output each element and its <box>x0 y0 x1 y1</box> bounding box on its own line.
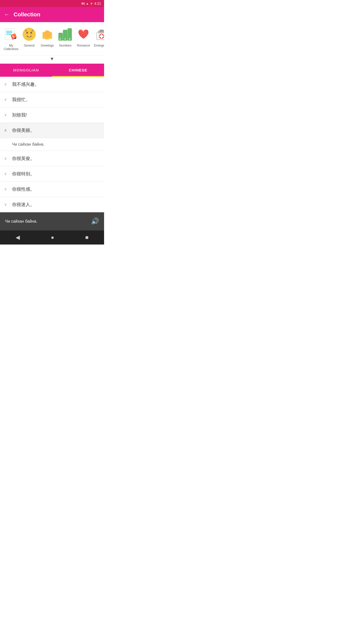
numbers-label: Numbers <box>59 44 72 47</box>
phrase-row-4[interactable]: ∧ 你很美丽。 <box>0 123 104 138</box>
phrase-list: ∨ 我不感兴趣。 ∨ 我很忙。 ∨ 别烦我! ∧ 你很美丽。 Чи сайхан… <box>0 77 104 212</box>
nav-bar: ◀ ● ■ <box>0 230 104 245</box>
network-indicator: 4G <box>81 2 85 5</box>
battery-icon: ⚡ <box>90 2 93 5</box>
emergency-label: Emergency <box>94 44 104 47</box>
romance-icon <box>75 26 92 42</box>
category-list: My Collections General <box>0 25 104 53</box>
status-bar: 4G ▲ ⚡ 4:21 <box>0 0 104 7</box>
page-title: Collection <box>14 11 40 18</box>
chevron-icon-8: ∨ <box>4 202 9 207</box>
player-text: Чи сайхан байна. <box>5 219 37 224</box>
category-section: My Collections General <box>0 22 104 55</box>
chevron-icon-2: ∨ <box>4 97 9 102</box>
svg-text:3: 3 <box>69 38 70 41</box>
chevron-icon-6: ∨ <box>4 171 9 176</box>
translation-row-4: Чи сайхан байна. <box>0 138 104 151</box>
home-nav-button[interactable]: ● <box>46 232 59 243</box>
chevron-icon-5: ∨ <box>4 156 9 161</box>
phrase-text-8: 你很迷人。 <box>12 202 35 208</box>
recents-nav-button[interactable]: ■ <box>80 232 94 243</box>
phrase-text-2: 我很忙。 <box>12 97 30 103</box>
back-button[interactable]: ← <box>4 11 10 18</box>
phrase-text-4: 你很美丽。 <box>12 127 35 133</box>
category-item-numbers[interactable]: 2 1 3 Numbers <box>56 25 74 53</box>
back-nav-button[interactable]: ◀ <box>11 232 25 243</box>
tab-mongolian-label: MONGOLIAN <box>13 68 39 72</box>
phrase-text-5: 你很英俊。 <box>12 155 35 162</box>
my-collections-label: My Collections <box>3 44 19 51</box>
chevron-down-icon: ▼ <box>50 56 54 61</box>
general-label: General <box>24 44 35 47</box>
category-item-general[interactable]: General <box>20 25 38 53</box>
phrase-row-7[interactable]: ∨ 你很性感。 <box>0 182 104 197</box>
phrase-text-3: 别烦我! <box>12 112 27 118</box>
tab-chinese-label: CHINESE <box>69 68 87 72</box>
category-item-my-collections[interactable]: My Collections <box>2 25 20 53</box>
phrase-row-3[interactable]: ∨ 别烦我! <box>0 107 104 123</box>
speaker-button[interactable]: 🔊 <box>91 217 99 225</box>
expand-categories-button[interactable]: ▼ <box>0 55 104 64</box>
svg-point-6 <box>14 37 16 39</box>
phrase-row-8[interactable]: ∨ 你很迷人。 <box>0 197 104 212</box>
phrase-row-1[interactable]: ∨ 我不感兴趣。 <box>0 77 104 92</box>
category-item-emergency[interactable]: Emergency <box>93 25 104 53</box>
romance-label: Romance <box>77 44 90 47</box>
general-icon <box>21 26 37 42</box>
svg-rect-20 <box>46 30 49 37</box>
tab-mongolian[interactable]: MONGOLIAN <box>0 64 52 77</box>
svg-point-11 <box>31 31 32 33</box>
chevron-icon-1: ∨ <box>4 82 9 87</box>
svg-rect-29 <box>100 30 104 32</box>
my-collections-icon <box>3 26 19 42</box>
language-tabs: MONGOLIAN CHINESE <box>0 64 104 77</box>
svg-rect-32 <box>100 35 104 37</box>
svg-text:2: 2 <box>59 38 61 41</box>
phrase-text-6: 你很特别。 <box>12 171 35 177</box>
svg-point-14 <box>31 34 32 35</box>
chevron-icon-7: ∨ <box>4 187 9 191</box>
svg-point-10 <box>27 31 28 33</box>
svg-point-7 <box>23 28 36 41</box>
translation-text-4: Чи сайхан байна. <box>12 142 44 146</box>
emergency-icon <box>94 26 104 42</box>
chevron-icon-4: ∧ <box>4 128 9 133</box>
svg-rect-12 <box>29 35 30 37</box>
greetings-label: Greetings <box>41 44 54 47</box>
category-item-romance[interactable]: Romance <box>74 25 93 53</box>
time-display: 4:21 <box>94 2 101 6</box>
svg-text:1: 1 <box>64 38 66 41</box>
chevron-icon-3: ∨ <box>4 112 9 117</box>
phrase-row-6[interactable]: ∨ 你很特别。 <box>0 166 104 182</box>
phrase-row-2[interactable]: ∨ 我很忙。 <box>0 92 104 107</box>
svg-point-13 <box>26 34 28 35</box>
player-bar: Чи сайхан байна. 🔊 <box>0 212 104 230</box>
tab-chinese[interactable]: CHINESE <box>52 64 104 77</box>
signal-icon: ▲ <box>86 2 89 5</box>
app-bar: ← Collection <box>0 7 104 22</box>
phrase-text-1: 我不感兴趣。 <box>12 81 39 87</box>
category-item-greetings[interactable]: Greetings <box>38 25 56 53</box>
phrase-row-5[interactable]: ∨ 你很英俊。 <box>0 151 104 166</box>
greetings-icon <box>39 26 55 42</box>
status-icons: 4G ▲ ⚡ 4:21 <box>81 2 101 6</box>
numbers-icon: 2 1 3 <box>57 26 73 42</box>
phrase-text-7: 你很性感。 <box>12 186 35 192</box>
